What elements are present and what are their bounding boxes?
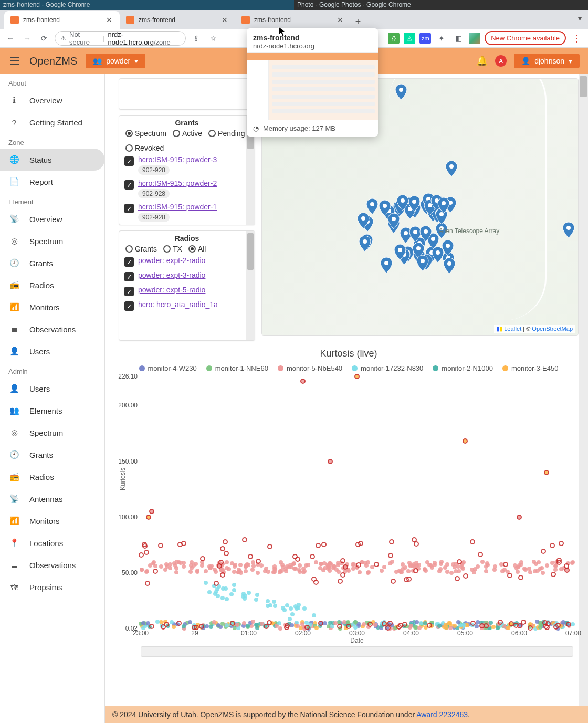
sidebar-item-el-grants[interactable]: 🕘Grants — [0, 252, 104, 274]
extension-icon[interactable]: ◬ — [404, 33, 415, 44]
chrome-menu-icon[interactable]: ⋮ — [570, 33, 584, 44]
legend-item[interactable]: monitor-2-N1000 — [433, 364, 493, 372]
omnibox[interactable]: ⚠ Not secure | nrdz-node1.hcro.org/zone — [55, 31, 186, 46]
close-icon[interactable]: ✕ — [220, 16, 229, 24]
share-icon[interactable]: ⇪ — [190, 32, 203, 45]
notifications-icon[interactable]: 🔔 — [476, 55, 488, 67]
map-pin[interactable] — [359, 236, 371, 252]
chrome-tab[interactable]: zms-frontend ✕ — [4, 11, 120, 29]
sidebar-item-overview[interactable]: ℹOverview — [0, 89, 104, 111]
sidebar-item-el-overview[interactable]: 📡Overview — [0, 208, 104, 230]
sidebar-item-status[interactable]: 🌐Status — [0, 149, 104, 171]
map-pin[interactable] — [366, 198, 379, 214]
sidebar-item-el-radios[interactable]: 📻Radios — [0, 274, 104, 296]
chrome-tab[interactable]: zms-frontend ✕ — [120, 11, 235, 29]
map-pin[interactable] — [432, 247, 444, 263]
map-pin[interactable] — [380, 257, 393, 273]
filter-active[interactable]: Active — [173, 129, 202, 138]
map-pin[interactable] — [437, 197, 450, 213]
profile-avatar-icon[interactable] — [469, 33, 480, 44]
back-icon[interactable]: ← — [4, 32, 17, 45]
checkbox[interactable]: ✓ — [124, 180, 134, 190]
radio-link[interactable]: powder: expt-2-radio — [138, 256, 205, 265]
sidebar-item-getting-started[interactable]: ?Getting Started — [0, 111, 104, 133]
map-pin[interactable] — [416, 255, 429, 271]
map-pin[interactable] — [419, 226, 432, 242]
alert-badge[interactable]: A — [495, 55, 507, 67]
checkbox[interactable]: ✓ — [124, 204, 134, 213]
freq-chip: 902-928 — [138, 165, 170, 175]
radio-link[interactable]: powder: expt-3-radio — [138, 271, 205, 279]
close-icon[interactable]: ✕ — [336, 16, 344, 24]
reload-icon[interactable]: ⟳ — [38, 32, 50, 45]
sidebar-item-admin-locations[interactable]: 📍Locations — [0, 532, 104, 554]
checkbox[interactable]: ✓ — [124, 287, 134, 296]
legend-item[interactable]: monitor-4-W230 — [139, 364, 197, 372]
footer-award-link[interactable]: Award 2232463 — [416, 710, 468, 719]
legend-item[interactable]: monitor-3-E450 — [502, 364, 559, 372]
legend-item[interactable]: monitor-5-NbE540 — [278, 364, 342, 372]
sidebar-item-admin-observations[interactable]: ≣Observations — [0, 554, 104, 576]
range-slider[interactable] — [141, 646, 573, 657]
map-pin[interactable] — [357, 213, 370, 228]
sidebar-item-el-spectrum[interactable]: ◎Spectrum — [0, 230, 104, 252]
filter-tx[interactable]: TX — [163, 245, 182, 253]
sidebar-item-admin-propsims[interactable]: 🗺Propsims — [0, 576, 104, 598]
radio-link[interactable]: hcro: hcro_ata_radio_1a — [138, 300, 218, 309]
sidebar-item-admin-monitors[interactable]: 📶Monitors — [0, 510, 104, 532]
sidebar-item-report[interactable]: 📄Report — [0, 171, 104, 193]
checkbox[interactable]: ✓ — [124, 257, 134, 267]
extension-icon[interactable]: {} — [388, 33, 400, 44]
tab-overflow-icon[interactable]: ▾ — [578, 14, 582, 23]
sidebar-item-admin-grants[interactable]: 🕘Grants — [0, 444, 104, 466]
checkbox[interactable]: ✓ — [124, 272, 134, 281]
filter-grants[interactable]: Grants — [125, 245, 157, 253]
map-pin[interactable] — [562, 222, 575, 238]
map-pin[interactable] — [396, 195, 409, 211]
extension-icon[interactable]: zm — [419, 33, 431, 44]
filter-pending[interactable]: Pending — [208, 129, 245, 138]
map-pin[interactable] — [408, 196, 421, 212]
grant-link[interactable]: hcro:ISM-915: powder-2 — [138, 179, 217, 187]
legend-item[interactable]: monitor-17232-N830 — [352, 364, 423, 372]
checkbox[interactable]: ✓ — [124, 301, 134, 311]
map-pin[interactable] — [387, 213, 400, 229]
grant-link[interactable]: hcro:ISM-915: powder-3 — [138, 155, 217, 164]
leaflet-link[interactable]: Leaflet — [504, 326, 521, 332]
chart-plot-area[interactable]: Kurtosis Date 0.0250.00100.00150.00200.0… — [141, 376, 573, 628]
extensions-icon[interactable]: ✦ — [435, 32, 448, 45]
filter-revoked[interactable]: Revoked — [125, 144, 164, 152]
sidepanel-icon[interactable]: ◧ — [452, 32, 465, 45]
panel-scrollbar[interactable] — [246, 231, 255, 340]
map-pin[interactable] — [394, 244, 406, 260]
user-menu[interactable]: 👤 djohnson ▾ — [514, 54, 580, 68]
data-point — [406, 569, 411, 573]
filter-spectrum[interactable]: Spectrum — [125, 129, 166, 138]
close-icon[interactable]: ✕ — [105, 16, 113, 24]
sidebar-item-admin-users[interactable]: 👤Users — [0, 378, 104, 400]
checkbox[interactable]: ✓ — [124, 156, 134, 166]
bookmark-icon[interactable]: ☆ — [207, 32, 219, 45]
map-pin[interactable] — [445, 161, 458, 176]
sidebar-item-admin-spectrum[interactable]: ◎Spectrum — [0, 422, 104, 444]
forward-icon[interactable]: → — [21, 32, 34, 45]
project-selector[interactable]: 👥 powder ▾ — [86, 54, 145, 68]
radio-link[interactable]: powder: expt-5-radio — [138, 286, 205, 294]
content-scrollbar[interactable] — [579, 74, 588, 723]
filter-all[interactable]: All — [188, 245, 206, 253]
sidebar-item-admin-radios[interactable]: 📻Radios — [0, 466, 104, 488]
osm-link[interactable]: OpenStreetMap — [532, 326, 573, 332]
sidebar-item-admin-antennas[interactable]: 📡Antennas — [0, 488, 104, 510]
chrome-tab[interactable]: zms-frontend ✕ — [235, 11, 351, 29]
new-tab-button[interactable]: + — [351, 14, 365, 29]
sidebar-item-el-users[interactable]: 👤Users — [0, 340, 104, 362]
update-chrome-button[interactable]: New Chrome available — [485, 31, 566, 45]
menu-icon[interactable] — [8, 55, 21, 67]
sidebar-item-admin-elements[interactable]: 👥Elements — [0, 400, 104, 422]
grant-link[interactable]: hcro:ISM-915: powder-1 — [138, 203, 217, 211]
sidebar-item-el-monitors[interactable]: 📶Monitors — [0, 296, 104, 318]
sidebar-item-el-observations[interactable]: ≣Observations — [0, 318, 104, 340]
map-pin[interactable] — [443, 258, 456, 274]
map-pin[interactable] — [395, 84, 407, 100]
legend-item[interactable]: monitor-1-NNE60 — [206, 364, 268, 372]
